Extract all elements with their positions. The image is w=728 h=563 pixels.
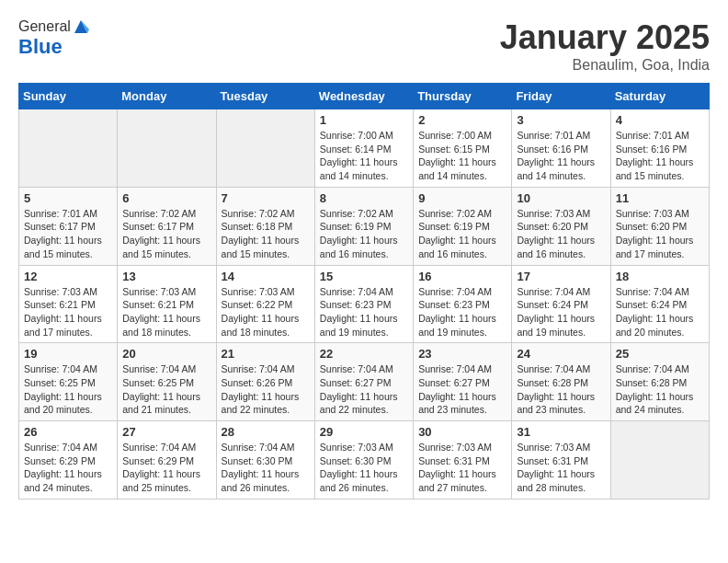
day-number: 23 [418,347,506,361]
day-number: 29 [320,425,408,439]
day-number: 19 [24,347,112,361]
day-number: 24 [517,347,605,361]
calendar-cell: 22Sunrise: 7:04 AMSunset: 6:27 PMDayligh… [314,343,413,421]
calendar-cell: 28Sunrise: 7:04 AMSunset: 6:30 PMDayligh… [216,421,314,500]
day-number: 28 [222,425,310,439]
calendar-week-row: 1Sunrise: 7:00 AMSunset: 6:14 PMDaylight… [19,109,710,188]
day-number: 14 [222,270,310,283]
title-block: January 2025 Benaulim, Goa, India [500,18,710,74]
day-info: Sunrise: 7:03 AMSunset: 6:31 PMDaylight:… [418,441,506,495]
calendar-cell: 19Sunrise: 7:04 AMSunset: 6:25 PMDayligh… [19,343,118,421]
day-number: 16 [418,270,506,283]
logo-blue-text: Blue [18,35,89,59]
day-number: 22 [320,347,408,361]
calendar-cell [216,109,314,188]
day-number: 6 [122,191,210,205]
calendar-cell: 15Sunrise: 7:04 AMSunset: 6:23 PMDayligh… [314,265,413,343]
calendar-cell: 8Sunrise: 7:02 AMSunset: 6:19 PMDaylight… [314,187,413,265]
month-title: January 2025 [500,18,710,57]
day-number: 18 [616,270,704,283]
calendar-cell: 16Sunrise: 7:04 AMSunset: 6:23 PMDayligh… [414,265,512,343]
column-header-saturday: Saturday [610,84,709,109]
calendar-cell: 11Sunrise: 7:03 AMSunset: 6:20 PMDayligh… [610,187,709,265]
calendar-cell: 24Sunrise: 7:04 AMSunset: 6:28 PMDayligh… [512,343,610,421]
day-info: Sunrise: 7:03 AMSunset: 6:20 PMDaylight:… [616,207,704,261]
day-info: Sunrise: 7:04 AMSunset: 6:27 PMDaylight:… [418,362,506,417]
day-info: Sunrise: 7:01 AMSunset: 6:16 PMDaylight:… [517,129,605,183]
calendar-cell: 18Sunrise: 7:04 AMSunset: 6:24 PMDayligh… [610,265,709,343]
logo-general-text: General [18,18,71,35]
calendar-cell: 6Sunrise: 7:02 AMSunset: 6:17 PMDaylight… [118,187,216,265]
day-info: Sunrise: 7:03 AMSunset: 6:22 PMDaylight:… [222,285,310,339]
page-header: General Blue January 2025 Benaulim, Goa,… [18,18,710,74]
calendar-cell: 9Sunrise: 7:02 AMSunset: 6:19 PMDaylight… [414,187,512,265]
calendar-cell: 23Sunrise: 7:04 AMSunset: 6:27 PMDayligh… [414,343,512,421]
day-info: Sunrise: 7:03 AMSunset: 6:20 PMDaylight:… [517,207,605,261]
day-info: Sunrise: 7:04 AMSunset: 6:29 PMDaylight:… [24,441,112,495]
day-number: 27 [122,425,210,439]
calendar-cell [19,109,118,188]
day-info: Sunrise: 7:04 AMSunset: 6:25 PMDaylight:… [24,362,112,417]
calendar-cell: 5Sunrise: 7:01 AMSunset: 6:17 PMDaylight… [19,187,118,265]
day-info: Sunrise: 7:02 AMSunset: 6:19 PMDaylight:… [418,207,506,261]
calendar-cell: 14Sunrise: 7:03 AMSunset: 6:22 PMDayligh… [216,265,314,343]
day-number: 30 [418,425,506,439]
calendar-cell: 7Sunrise: 7:02 AMSunset: 6:18 PMDaylight… [216,187,314,265]
day-info: Sunrise: 7:04 AMSunset: 6:23 PMDaylight:… [320,285,408,339]
logo-icon [73,18,89,35]
column-header-thursday: Thursday [414,84,512,109]
calendar-cell: 12Sunrise: 7:03 AMSunset: 6:21 PMDayligh… [19,265,118,343]
calendar-week-row: 5Sunrise: 7:01 AMSunset: 6:17 PMDaylight… [19,187,710,265]
day-info: Sunrise: 7:04 AMSunset: 6:28 PMDaylight:… [517,362,605,417]
calendar-cell [610,421,709,500]
calendar-cell: 13Sunrise: 7:03 AMSunset: 6:21 PMDayligh… [118,265,216,343]
calendar-cell: 30Sunrise: 7:03 AMSunset: 6:31 PMDayligh… [414,421,512,500]
day-number: 8 [320,191,408,205]
day-info: Sunrise: 7:04 AMSunset: 6:28 PMDaylight:… [616,362,704,417]
day-info: Sunrise: 7:01 AMSunset: 6:17 PMDaylight:… [24,207,112,261]
day-info: Sunrise: 7:04 AMSunset: 6:26 PMDaylight:… [222,362,310,417]
day-info: Sunrise: 7:03 AMSunset: 6:30 PMDaylight:… [320,441,408,495]
day-number: 15 [320,270,408,283]
column-header-friday: Friday [512,84,610,109]
day-number: 21 [222,347,310,361]
calendar-table: SundayMondayTuesdayWednesdayThursdayFrid… [18,83,710,500]
day-info: Sunrise: 7:02 AMSunset: 6:18 PMDaylight:… [222,207,310,261]
day-number: 10 [517,191,605,205]
day-number: 12 [24,270,112,283]
day-info: Sunrise: 7:00 AMSunset: 6:15 PMDaylight:… [418,129,506,183]
day-info: Sunrise: 7:01 AMSunset: 6:16 PMDaylight:… [616,129,704,183]
calendar-cell: 26Sunrise: 7:04 AMSunset: 6:29 PMDayligh… [19,421,118,500]
day-info: Sunrise: 7:04 AMSunset: 6:27 PMDaylight:… [320,362,408,417]
calendar-cell: 29Sunrise: 7:03 AMSunset: 6:30 PMDayligh… [314,421,413,500]
calendar-cell: 25Sunrise: 7:04 AMSunset: 6:28 PMDayligh… [610,343,709,421]
day-number: 7 [222,191,310,205]
day-info: Sunrise: 7:04 AMSunset: 6:24 PMDaylight:… [517,285,605,339]
calendar-cell: 2Sunrise: 7:00 AMSunset: 6:15 PMDaylight… [414,109,512,188]
day-number: 26 [24,425,112,439]
day-info: Sunrise: 7:02 AMSunset: 6:17 PMDaylight:… [122,207,210,261]
column-header-monday: Monday [118,84,216,109]
day-info: Sunrise: 7:04 AMSunset: 6:29 PMDaylight:… [122,441,210,495]
day-info: Sunrise: 7:03 AMSunset: 6:21 PMDaylight:… [122,285,210,339]
calendar-cell: 27Sunrise: 7:04 AMSunset: 6:29 PMDayligh… [118,421,216,500]
day-info: Sunrise: 7:02 AMSunset: 6:19 PMDaylight:… [320,207,408,261]
calendar-header-row: SundayMondayTuesdayWednesdayThursdayFrid… [19,84,710,109]
calendar-week-row: 26Sunrise: 7:04 AMSunset: 6:29 PMDayligh… [19,421,710,500]
day-number: 5 [24,191,112,205]
day-info: Sunrise: 7:04 AMSunset: 6:25 PMDaylight:… [122,362,210,417]
column-header-sunday: Sunday [19,84,118,109]
day-number: 11 [616,191,704,205]
day-number: 25 [616,347,704,361]
day-number: 20 [122,347,210,361]
calendar-cell: 31Sunrise: 7:03 AMSunset: 6:31 PMDayligh… [512,421,610,500]
day-info: Sunrise: 7:04 AMSunset: 6:23 PMDaylight:… [418,285,506,339]
logo: General Blue [18,18,89,59]
day-info: Sunrise: 7:00 AMSunset: 6:14 PMDaylight:… [320,129,408,183]
column-header-wednesday: Wednesday [314,84,413,109]
column-header-tuesday: Tuesday [216,84,314,109]
location-text: Benaulim, Goa, India [500,57,710,74]
day-info: Sunrise: 7:04 AMSunset: 6:30 PMDaylight:… [222,441,310,495]
calendar-cell: 21Sunrise: 7:04 AMSunset: 6:26 PMDayligh… [216,343,314,421]
day-number: 13 [122,270,210,283]
